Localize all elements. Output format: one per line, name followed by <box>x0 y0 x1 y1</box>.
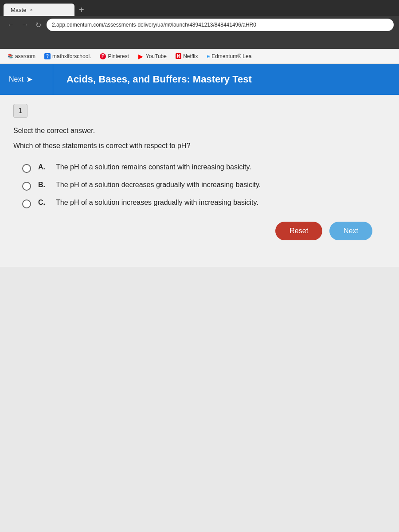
mathxl-icon: ? <box>44 53 51 59</box>
option-b-text: The pH of a solution decreases gradually… <box>56 181 261 189</box>
assroom-icon: 📚 <box>7 53 13 59</box>
bookmark-assroom[interactable]: 📚 assroom <box>4 51 39 61</box>
answer-options: A. The pH of a solution remains constant… <box>13 163 386 208</box>
question-number-badge: 1 <box>13 104 27 118</box>
instruction-text: Select the correct answer. <box>13 127 386 135</box>
bookmark-pinterest[interactable]: P Pinterest <box>96 51 132 61</box>
option-c[interactable]: C. The pH of a solution increases gradua… <box>22 199 386 208</box>
page-content: 📚 assroom ? mathxlforschool. P Pinterest… <box>0 49 399 532</box>
bookmarks-bar: 📚 assroom ? mathxlforschool. P Pinterest… <box>0 49 399 64</box>
next-button[interactable]: Next <box>329 222 372 240</box>
option-b[interactable]: B. The pH of a solution decreases gradua… <box>22 181 386 191</box>
tab-title: Maste <box>11 7 26 13</box>
action-buttons: Reset Next <box>13 208 386 249</box>
reset-button[interactable]: Reset <box>275 222 322 240</box>
option-a-text: The pH of a solution remains constant wi… <box>56 163 251 171</box>
forward-button[interactable]: → <box>20 19 30 31</box>
bookmark-edmentum[interactable]: e Edmentum® Lea <box>203 51 255 61</box>
radio-c[interactable] <box>22 200 31 208</box>
back-button[interactable]: ← <box>5 19 16 31</box>
bookmark-netflix[interactable]: N Netflix <box>172 51 202 61</box>
refresh-button[interactable]: ↻ <box>34 19 43 31</box>
browser-chrome: Maste × + ← → ↻ 2.app.edmentum.com/asses… <box>0 0 399 49</box>
bookmark-youtube[interactable]: ▶ YouTube <box>134 51 170 61</box>
address-bar-row: ← → ↻ 2.app.edmentum.com/assessments-del… <box>0 16 399 34</box>
option-b-label: B. <box>38 181 49 189</box>
tab-bar: Maste × + <box>0 0 399 16</box>
header-bar: Next ➤ Acids, Bases, and Buffers: Master… <box>0 64 399 95</box>
edmentum-icon: e <box>207 53 210 59</box>
new-tab-button[interactable]: + <box>74 4 89 16</box>
netflix-icon: N <box>176 53 181 59</box>
bookmark-assroom-label: assroom <box>15 53 35 59</box>
next-header-button[interactable]: Next ➤ <box>0 64 53 95</box>
address-bar[interactable]: 2.app.edmentum.com/assessments-delivery/… <box>47 19 394 31</box>
option-a-label: A. <box>38 163 49 171</box>
bookmark-mathxl[interactable]: ? mathxlforschool. <box>41 51 94 61</box>
question-container: 1 Select the correct answer. Which of th… <box>0 95 399 267</box>
active-tab[interactable]: Maste × <box>4 4 74 16</box>
next-header-label: Next <box>9 75 23 83</box>
next-arrow-icon: ➤ <box>26 74 33 84</box>
bookmark-pinterest-label: Pinterest <box>108 53 129 59</box>
bookmark-mathxl-label: mathxlforschool. <box>52 53 91 59</box>
bookmark-edmentum-label: Edmentum® Lea <box>211 53 251 59</box>
bookmark-youtube-label: YouTube <box>146 53 167 59</box>
tab-close-icon[interactable]: × <box>30 7 32 12</box>
option-a[interactable]: A. The pH of a solution remains constant… <box>22 163 386 173</box>
youtube-icon: ▶ <box>138 53 144 59</box>
bookmark-netflix-label: Netflix <box>183 53 198 59</box>
pinterest-icon: P <box>100 53 106 59</box>
radio-b[interactable] <box>22 182 31 191</box>
url-text: 2.app.edmentum.com/assessments-delivery/… <box>52 22 256 28</box>
radio-a[interactable] <box>22 164 31 173</box>
page-title: Acids, Bases, and Buffers: Mastery Test <box>53 74 252 85</box>
question-text: Which of these statements is correct wit… <box>13 142 386 150</box>
option-c-text: The pH of a solution increases gradually… <box>56 199 258 207</box>
option-c-label: C. <box>38 199 49 207</box>
